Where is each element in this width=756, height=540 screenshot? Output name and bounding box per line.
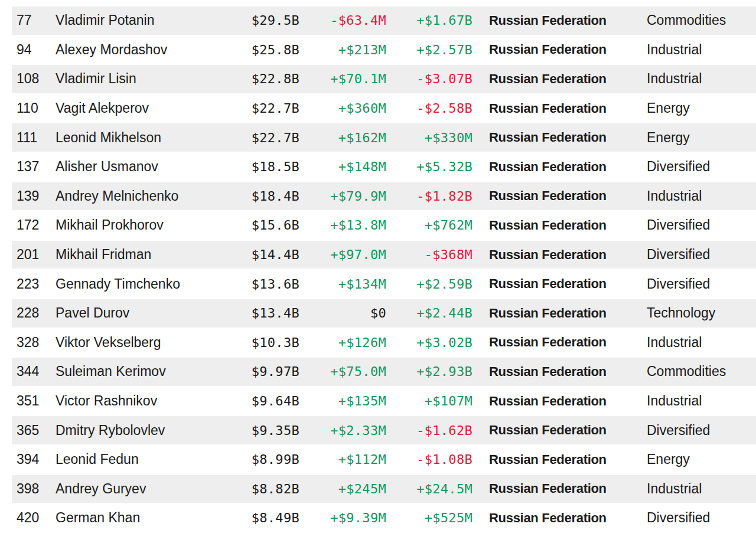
name-cell[interactable]: Viktor Vekselberg — [51, 335, 193, 351]
rank-cell: 201 — [12, 247, 51, 263]
table-row[interactable]: 139 Andrey Melnichenko $18.4B +$79.9M -$… — [12, 182, 756, 211]
table-row[interactable]: 77 Vladimir Potanin $29.5B -$63.4M +$1.6… — [12, 6, 756, 35]
ytd-change-cell: -$3.07B — [386, 71, 472, 86]
industry-cell: Commodities — [630, 364, 756, 379]
net-worth-cell: $9.64B — [193, 394, 299, 408]
industry-cell: Energy — [630, 130, 756, 146]
ytd-change-cell: +$525M — [386, 510, 472, 525]
rank-cell: 137 — [12, 159, 51, 175]
ytd-change-cell: +$1.67B — [386, 13, 472, 28]
country-cell: Russian Federation — [472, 335, 630, 350]
rank-cell: 228 — [12, 305, 51, 321]
daily-change-cell: +$162M — [299, 130, 386, 145]
table-row[interactable]: 110 Vagit Alekperov $22.7B +$360M -$2.58… — [12, 94, 756, 123]
ytd-change-cell: +$762M — [386, 218, 472, 233]
rank-cell: 94 — [12, 42, 51, 58]
daily-change-cell: -$63.4M — [299, 13, 386, 28]
table-row[interactable]: 137 Alisher Usmanov $18.5B +$148M +$5.32… — [12, 152, 756, 182]
industry-cell: Technology — [630, 305, 756, 321]
daily-change-cell: +$148M — [299, 159, 386, 174]
net-worth-cell: $22.7B — [193, 101, 299, 116]
industry-cell: Industrial — [630, 335, 756, 351]
daily-change-cell: +$112M — [299, 452, 386, 467]
ytd-change-cell: +$2.59B — [386, 277, 472, 292]
table-row[interactable]: 398 Andrey Guryev $8.82B +$245M +$24.5M … — [12, 474, 756, 504]
ytd-change-cell: +$330M — [386, 130, 472, 145]
rank-cell: 77 — [12, 12, 51, 28]
country-cell: Russian Federation — [472, 42, 630, 57]
rank-cell: 111 — [12, 130, 51, 146]
rank-cell: 420 — [12, 510, 51, 526]
table-row[interactable]: 394 Leonid Fedun $8.99B +$112M -$1.08B R… — [12, 445, 756, 474]
table-row[interactable]: 108 Vladimir Lisin $22.8B +$70.1M -$3.07… — [12, 64, 756, 94]
net-worth-cell: $13.4B — [193, 306, 299, 320]
name-cell[interactable]: Andrey Guryev — [51, 481, 193, 497]
table-row[interactable]: 223 Gennady Timchenko $13.6B +$134M +$2.… — [12, 269, 756, 299]
name-cell[interactable]: Leonid Fedun — [51, 451, 193, 467]
name-cell[interactable]: Vladimir Potanin — [51, 12, 193, 28]
industry-cell: Diversified — [630, 159, 756, 175]
ytd-change-cell: -$2.58B — [386, 101, 472, 116]
daily-change-cell: +$134M — [299, 277, 386, 292]
table-row[interactable]: 344 Suleiman Kerimov $9.97B +$75.0M +$2.… — [12, 357, 756, 387]
industry-cell: Commodities — [630, 12, 756, 28]
table-row[interactable]: 328 Viktor Vekselberg $10.3B +$126M +$3.… — [12, 328, 756, 358]
daily-change-cell: +$2.33M — [299, 423, 386, 438]
country-cell: Russian Federation — [472, 71, 630, 87]
country-cell: Russian Federation — [472, 13, 630, 28]
rank-cell: 139 — [12, 188, 51, 204]
name-cell[interactable]: Dmitry Rybolovlev — [51, 423, 193, 438]
name-cell[interactable]: Vladimir Lisin — [51, 71, 193, 87]
table-row[interactable]: 111 Leonid Mikhelson $22.7B +$162M +$330… — [12, 123, 756, 152]
industry-cell: Industrial — [630, 71, 756, 87]
table-row[interactable]: 94 Alexey Mordashov $25.8B +$213M +$2.57… — [12, 35, 756, 65]
industry-cell: Diversified — [630, 247, 756, 263]
net-worth-cell: $18.4B — [193, 189, 299, 204]
table-row[interactable]: 172 Mikhail Prokhorov $15.6B +$13.8M +$7… — [12, 211, 756, 240]
industry-cell: Diversified — [630, 276, 756, 292]
name-cell[interactable]: Leonid Mikhelson — [51, 130, 193, 146]
name-cell[interactable]: Andrey Melnichenko — [51, 188, 193, 204]
net-worth-cell: $25.8B — [193, 42, 299, 57]
industry-cell: Energy — [630, 451, 756, 467]
name-cell[interactable]: Vagit Alekperov — [51, 100, 193, 116]
ytd-change-cell: -$368M — [386, 247, 472, 262]
name-cell[interactable]: Alexey Mordashov — [51, 42, 193, 58]
name-cell[interactable]: German Khan — [51, 510, 193, 526]
country-cell: Russian Federation — [472, 130, 630, 145]
name-cell[interactable]: Victor Rashnikov — [51, 393, 193, 409]
name-cell[interactable]: Gennady Timchenko — [51, 276, 193, 292]
name-cell[interactable]: Suleiman Kerimov — [51, 364, 193, 379]
ytd-change-cell: +$3.02B — [386, 335, 472, 350]
rank-cell: 172 — [12, 217, 51, 233]
daily-change-cell: +$126M — [299, 335, 386, 350]
industry-cell: Industrial — [630, 393, 756, 409]
net-worth-cell: $9.97B — [193, 364, 299, 379]
rank-cell: 223 — [12, 276, 51, 292]
daily-change-cell: +$13.8M — [299, 218, 386, 233]
table-row[interactable]: 351 Victor Rashnikov $9.64B +$135M +$107… — [12, 387, 756, 416]
net-worth-cell: $22.8B — [193, 71, 299, 86]
name-cell[interactable]: Pavel Durov — [51, 305, 193, 321]
country-cell: Russian Federation — [472, 394, 630, 409]
table-row[interactable]: 228 Pavel Durov $13.4B $0 +$2.44B Russia… — [12, 299, 756, 328]
table-row[interactable]: 201 Mikhail Fridman $14.4B +$97.0M -$368… — [12, 240, 756, 270]
net-worth-cell: $8.99B — [193, 452, 299, 467]
industry-cell: Industrial — [630, 188, 756, 204]
net-worth-cell: $29.5B — [193, 13, 299, 28]
net-worth-cell: $8.49B — [193, 510, 299, 525]
name-cell[interactable]: Mikhail Prokhorov — [51, 217, 193, 233]
industry-cell: Diversified — [630, 217, 756, 233]
name-cell[interactable]: Mikhail Fridman — [51, 247, 193, 263]
table-row[interactable]: 365 Dmitry Rybolovlev $9.35B +$2.33M -$1… — [12, 415, 756, 445]
ytd-change-cell: -$1.62B — [386, 423, 472, 438]
name-cell[interactable]: Alisher Usmanov — [51, 159, 193, 175]
table-row[interactable]: 420 German Khan $8.49B +$9.39M +$525M Ru… — [12, 503, 756, 533]
country-cell: Russian Federation — [472, 101, 630, 116]
net-worth-cell: $18.5B — [193, 159, 299, 174]
industry-cell: Industrial — [630, 42, 756, 58]
net-worth-cell: $14.4B — [193, 247, 299, 262]
daily-change-cell: +$79.9M — [299, 189, 386, 204]
rank-cell: 365 — [12, 423, 51, 438]
ytd-change-cell: +$2.93B — [386, 364, 472, 379]
